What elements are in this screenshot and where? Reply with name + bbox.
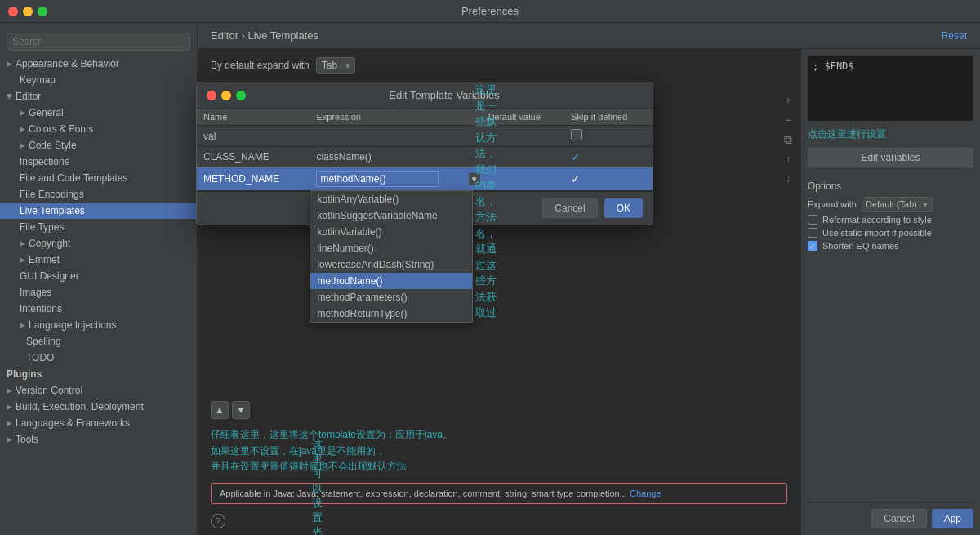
- dropdown-item[interactable]: kotlinSuggestVariableName: [310, 207, 472, 224]
- modal-close-button[interactable]: [207, 91, 216, 100]
- cell-skip: ✓: [564, 147, 653, 167]
- sidebar-item-file-code-templates[interactable]: File and Code Templates: [0, 170, 197, 186]
- skip-checkbox-val[interactable]: [571, 129, 582, 140]
- dropdown-item[interactable]: lineNumber(): [310, 240, 472, 256]
- sidebar-item-tools[interactable]: ▶ Tools: [0, 431, 197, 448]
- cell-name: val: [197, 126, 310, 147]
- options-expand-select[interactable]: Default (Tab): [862, 197, 933, 212]
- code-snippet: ; $END$: [808, 56, 973, 121]
- options-expand-select-wrapper: Default (Tab) ▼: [862, 197, 933, 212]
- sidebar-item-version-control[interactable]: ▶ Version Control: [0, 382, 197, 399]
- sidebar-item-file-encodings[interactable]: File Encodings: [0, 186, 197, 203]
- sidebar-item-code-style[interactable]: ▶ Code Style: [0, 137, 197, 154]
- sidebar-item-plugins[interactable]: Plugins: [0, 366, 197, 382]
- dropdown-item[interactable]: methodParameters(): [310, 289, 472, 305]
- copy-icon[interactable]: ⧉: [779, 131, 797, 149]
- move-up-button[interactable]: ▲: [211, 401, 229, 419]
- cell-skip: ✓: [564, 167, 653, 191]
- sidebar-item-intentions[interactable]: Intentions: [0, 301, 197, 317]
- right-panel-spacer: [808, 254, 973, 502]
- modal-ok-button[interactable]: OK: [604, 198, 643, 218]
- options-section: Options Expand with Default (Tab) ▼ Refo…: [808, 181, 973, 254]
- cell-expression: className(): [310, 147, 481, 167]
- apply-button[interactable]: App: [932, 509, 973, 528]
- add-icon[interactable]: +: [779, 91, 797, 109]
- sidebar-item-colors-fonts[interactable]: ▶ Colors & Fonts: [0, 121, 197, 137]
- help-icon[interactable]: ?: [211, 514, 225, 528]
- options-expand-with-row: Expand with Default (Tab) ▼: [808, 197, 973, 212]
- modal-dialog: Edit Template Variables Name Expression …: [196, 82, 653, 225]
- cell-default: [482, 147, 565, 167]
- expression-input[interactable]: [316, 171, 439, 187]
- reformat-label: Reformat according to style: [822, 215, 932, 225]
- static-import-checkbox[interactable]: [808, 228, 817, 238]
- cancel-button[interactable]: Cancel: [871, 509, 926, 528]
- sidebar-item-general[interactable]: ▶ General: [0, 105, 197, 121]
- table-row[interactable]: METHOD_NAME ▼ kotlinAnyVariable() kotlin…: [197, 167, 653, 191]
- static-import-label: Use static import if possible: [822, 228, 932, 238]
- sidebar-item-spelling[interactable]: Spelling: [0, 333, 197, 350]
- sidebar-item-keymap[interactable]: Keymap: [0, 72, 197, 88]
- modal-title: Edit Template Variables: [246, 89, 643, 101]
- expand-with-row: By default expand with Tab ▼: [198, 49, 800, 78]
- remove-icon[interactable]: −: [779, 111, 797, 129]
- move-up-icon[interactable]: ↑: [779, 150, 797, 168]
- modal-maximize-button[interactable]: [236, 91, 246, 100]
- expression-dropdown-arrow[interactable]: ▼: [469, 173, 480, 185]
- sidebar-item-copyright[interactable]: ▶ Copyright: [0, 235, 197, 252]
- modal-cancel-button[interactable]: Cancel: [542, 198, 597, 218]
- sidebar-item-gui-designer[interactable]: GUI Designer: [0, 268, 197, 284]
- edit-variables-button[interactable]: Edit variables: [808, 148, 973, 167]
- applicable-change-link[interactable]: Change: [630, 488, 662, 498]
- shorten-eq-label: Shorten EQ names: [822, 241, 899, 251]
- minimize-button[interactable]: [23, 7, 33, 16]
- reformat-checkbox[interactable]: [808, 215, 817, 225]
- variables-table: Name Expression Default value Skip if de…: [197, 109, 653, 191]
- cell-name: METHOD_NAME: [197, 167, 310, 191]
- option-shorten-row: ✓ Shorten EQ names: [808, 241, 973, 251]
- breadcrumb: Editor › Live Templates: [211, 29, 318, 42]
- dropdown-item[interactable]: kotlinAnyVariable(): [310, 191, 472, 207]
- traffic-lights: [8, 7, 47, 16]
- sidebar-item-language-injections[interactable]: ▶ Language Injections: [0, 317, 197, 333]
- toolbar-icons: + − ⧉ ↑ ↓: [776, 88, 800, 398]
- modal-traffic-lights: [207, 91, 246, 100]
- sidebar-item-live-templates[interactable]: Live Templates: [0, 203, 197, 219]
- chevron-right-icon: ▶: [7, 386, 12, 395]
- chevron-right-icon: ▶: [20, 239, 25, 247]
- sidebar-item-images[interactable]: Images: [0, 284, 197, 301]
- sidebar-item-file-types[interactable]: File Types: [0, 219, 197, 235]
- sidebar-item-inspections[interactable]: Inspections: [0, 154, 197, 170]
- shorten-eq-checkbox[interactable]: ✓: [808, 241, 817, 251]
- close-button[interactable]: [8, 7, 18, 16]
- maximize-button[interactable]: [38, 7, 47, 16]
- right-panel: ; $END$ 点击这里进行设置 Edit variables Options …: [800, 49, 980, 535]
- sidebar-item-todo[interactable]: TODO: [0, 350, 197, 366]
- expand-with-select-wrapper: Tab ▼: [316, 57, 355, 74]
- chevron-right-icon: ▶: [7, 60, 12, 68]
- move-down-icon[interactable]: ↓: [779, 170, 797, 188]
- chevron-right-icon: ▶: [20, 125, 25, 133]
- cell-default: [482, 167, 565, 191]
- window-title: Preferences: [461, 5, 519, 17]
- dropdown-item[interactable]: lowercaseAndDash(String): [310, 256, 472, 273]
- applicable-text: Applicable in Java; Java: statement, exp…: [220, 488, 627, 498]
- reset-button[interactable]: Reset: [942, 30, 967, 42]
- sidebar-search-container: [0, 28, 197, 56]
- sidebar-item-appearance[interactable]: ▶ Appearance & Behavior: [0, 56, 197, 72]
- sidebar-item-build-exec-deploy[interactable]: ▶ Build, Execution, Deployment: [0, 399, 197, 415]
- expand-with-select[interactable]: Tab: [316, 57, 355, 74]
- sidebar: ▶ Appearance & Behavior Keymap ▶ Editor …: [0, 23, 198, 535]
- dropdown-item[interactable]: kotlinVariable(): [310, 224, 472, 240]
- sidebar-item-languages-frameworks[interactable]: ▶ Languages & Frameworks: [0, 415, 197, 431]
- skip-checkbox-methodname[interactable]: ✓: [571, 172, 581, 185]
- modal-titlebar: Edit Template Variables: [197, 82, 653, 109]
- search-input[interactable]: [7, 33, 190, 51]
- move-down-button[interactable]: ▼: [232, 401, 250, 419]
- dropdown-item[interactable]: methodReturnType(): [310, 305, 472, 322]
- sidebar-item-emmet[interactable]: ▶ Emmet: [0, 252, 197, 268]
- skip-checkbox-classname[interactable]: ✓: [571, 150, 581, 163]
- dropdown-item-selected[interactable]: methodName(): [310, 273, 472, 289]
- sidebar-item-editor[interactable]: ▶ Editor: [0, 88, 197, 105]
- modal-minimize-button[interactable]: [221, 91, 231, 100]
